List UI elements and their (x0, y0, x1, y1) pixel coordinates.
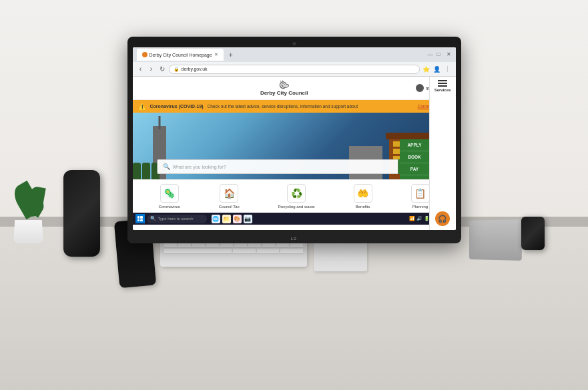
apply-action[interactable]: APPLY (400, 139, 428, 151)
camera-dot (292, 42, 296, 45)
profile-button[interactable]: 👤 (433, 66, 441, 73)
active-tab[interactable]: Derby City Council Homepage ✕ (137, 49, 224, 61)
side-panel: Services 🎧 (429, 77, 456, 230)
extensions-button[interactable]: ⭐ (422, 66, 430, 73)
svg-point-5 (280, 81, 281, 81)
window-minimize-button[interactable]: — (428, 52, 433, 57)
taskbar-icon-chrome[interactable]: 🌐 (212, 215, 220, 223)
browser-addressbar: ‹ › ↻ 🔒 derby.gov.uk ⭐ 👤 ⋮ (133, 62, 456, 77)
taskbar-search[interactable]: 🔍 Type here to search (147, 215, 207, 223)
monitor-brand: LG (291, 237, 297, 241)
site-logo-area: Derby City Council (260, 80, 308, 96)
wifi-icon: 📶 (409, 216, 415, 221)
taskbar-icon-app1[interactable]: 🎨 (233, 215, 242, 223)
start-button[interactable] (135, 214, 145, 223)
room: LG Derby City Council Homepage ✕ + — □ ✕ (0, 0, 588, 390)
lock-icon: 🔒 (174, 67, 180, 72)
taskbar: 🔍 Type here to search 🌐 📁 🎨 📷 (133, 213, 456, 225)
site-name: Derby City Council (260, 90, 308, 96)
system-tray-icons: 📶 🔊 🔋 (409, 216, 430, 221)
monitor: LG Derby City Council Homepage ✕ + — □ ✕ (127, 37, 461, 243)
quick-links: 🦠 Coronavirus 🏠 Council Tax ♻️ Recycling… (133, 179, 456, 213)
taskbar-icon-folder[interactable]: 📁 (222, 215, 231, 223)
browser: Derby City Council Homepage ✕ + — □ ✕ ‹ … (133, 47, 456, 230)
hero-section: 🔍 What are you looking for? SEARCH APPLY… (133, 113, 456, 179)
pay-action[interactable]: PAY (400, 163, 428, 175)
headphones-icon: 🎧 (438, 215, 447, 223)
covid-title: Coronavirus (COVID-19) (150, 104, 204, 109)
url-text: derby.gov.uk (182, 67, 208, 71)
new-tab-button[interactable]: + (226, 50, 236, 59)
recycling-icon: ♻️ (287, 184, 306, 203)
window-close-button[interactable]: ✕ (447, 52, 452, 57)
planning-label: Planning (412, 205, 428, 209)
report-action[interactable]: REPORT (400, 175, 428, 179)
forward-button[interactable]: › (148, 65, 156, 73)
quick-link-planning[interactable]: 📋 Planning (411, 184, 430, 209)
services-label: Services (434, 88, 451, 92)
warning-icon: ⚠️ (138, 103, 146, 110)
trees-decoration (133, 163, 160, 179)
services-menu[interactable]: Services (434, 80, 451, 92)
quick-link-benefits[interactable]: 🤲 Benefits (354, 184, 372, 209)
hamburger-line-1 (438, 80, 447, 81)
site-header: Derby City Council myAccount (133, 77, 456, 100)
browser-titlebar: Derby City Council Homepage ✕ + — □ ✕ (133, 47, 456, 62)
window-maximize-button[interactable]: □ (437, 52, 443, 57)
back-button[interactable]: ‹ (137, 65, 145, 73)
support-avatar[interactable]: 🎧 (435, 211, 450, 226)
coronavirus-icon: 🦠 (160, 184, 179, 203)
sound-icon: 🔊 (416, 216, 422, 221)
hamburger-line-2 (438, 83, 447, 84)
plant-decoration (13, 220, 43, 243)
benefits-label: Benefits (356, 205, 370, 209)
account-icon (416, 84, 424, 92)
monitor-screen: Derby City Council Homepage ✕ + — □ ✕ ‹ … (133, 47, 456, 230)
main-site: Derby City Council myAccount ⚠️ Coronavi… (133, 77, 456, 230)
tab-close-button[interactable]: ✕ (214, 52, 218, 57)
speaker-right (521, 217, 545, 250)
site-logo-icon (278, 80, 290, 89)
site-side-actions: APPLY BOOK PAY REPORT (400, 139, 428, 179)
tab-title: Derby City Council Homepage (150, 53, 212, 57)
coronavirus-label: Coronavirus (158, 205, 180, 209)
recycling-label: Recycling and waste (278, 205, 315, 209)
laptop-stand (468, 220, 521, 260)
svg-point-6 (282, 80, 283, 81)
search-icon: 🔍 (163, 163, 170, 170)
covid-banner: ⚠️ Coronavirus (COVID-19) Check out the … (133, 100, 456, 113)
search-overlay: 🔍 What are you looking for? SEARCH (157, 159, 431, 174)
website-content: Derby City Council myAccount ⚠️ Coronavi… (133, 77, 456, 230)
search-box[interactable]: 🔍 What are you looking for? (157, 159, 398, 174)
window-controls: — □ ✕ (428, 52, 452, 57)
quick-link-coronavirus[interactable]: 🦠 Coronavirus (158, 184, 180, 209)
refresh-button[interactable]: ↻ (158, 65, 166, 73)
menu-button[interactable]: ⋮ (444, 66, 452, 73)
address-bar[interactable]: 🔒 derby.gov.uk (169, 65, 420, 74)
windows-logo (137, 216, 143, 221)
quick-link-recycling[interactable]: ♻️ Recycling and waste (278, 184, 315, 209)
book-action[interactable]: BOOK (400, 151, 428, 163)
covid-text: Check out the latest advice, service dis… (208, 104, 414, 109)
council-tax-icon: 🏠 (220, 184, 238, 203)
browser-menu-icons: ⭐ 👤 ⋮ (422, 66, 452, 73)
hamburger-line-3 (438, 85, 447, 87)
taskbar-app-icons: 🌐 📁 🎨 📷 (212, 215, 252, 223)
planning-icon: 📋 (411, 184, 430, 203)
tab-favicon (142, 52, 148, 57)
taskbar-search-icon: 🔍 (150, 216, 156, 221)
benefits-icon: 🤲 (354, 184, 372, 203)
speaker-left (63, 170, 100, 257)
quick-link-council-tax[interactable]: 🏠 Council Tax (219, 184, 240, 209)
council-tax-label: Council Tax (219, 205, 240, 209)
search-placeholder-text: What are you looking for? (173, 165, 226, 169)
taskbar-icon-app2[interactable]: 📷 (244, 215, 252, 223)
taskbar-search-text: Type here to search (158, 217, 194, 221)
